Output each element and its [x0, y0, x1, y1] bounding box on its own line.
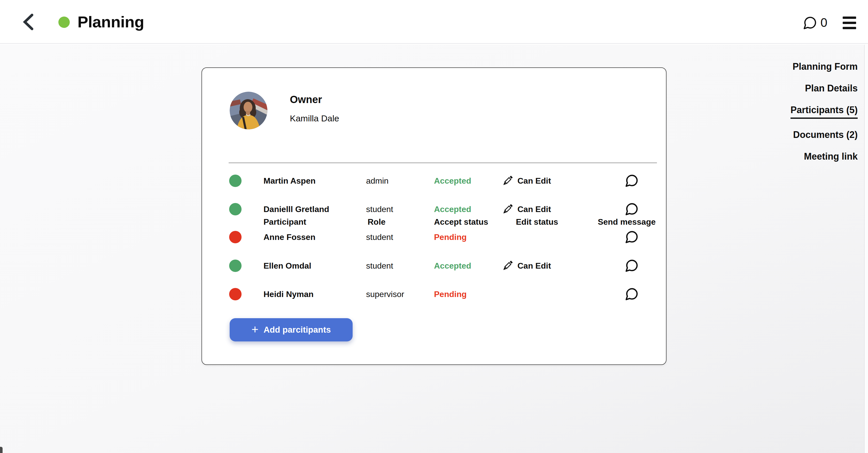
table-row: Danielll Gretland student Accepted Can E… [228, 197, 657, 222]
message-bubble-icon [624, 173, 639, 188]
edit-status: Can Edit [502, 203, 551, 215]
planning-app: Planning 0 Planning FormPlan DetailsPart… [0, 0, 868, 453]
participant-status-dot [229, 288, 242, 300]
table-row: Ellen Omdal student Accepted Can Edit [228, 253, 657, 278]
chat-bubble-icon [802, 15, 817, 30]
owner-avatar [230, 92, 268, 129]
participant-role: student [366, 261, 393, 271]
owner-name: Kamilla Dale [290, 114, 339, 124]
edit-status: Can Edit [502, 260, 551, 271]
participant-name: Martin Aspen [264, 175, 316, 186]
participant-name: Heidi Nyman [264, 289, 314, 299]
accept-status: Accepted [434, 261, 471, 271]
plan-status-dot [58, 17, 70, 28]
send-message-button[interactable] [624, 230, 639, 244]
plus-icon: + [251, 323, 258, 335]
participant-status-dot [229, 203, 242, 216]
participant-role: supervisor [366, 289, 404, 299]
participant-status-dot [229, 260, 242, 272]
message-bubble-icon [624, 202, 639, 217]
horizontal-scrollbar-thumb[interactable] [0, 447, 3, 453]
accept-status: Accepted [434, 204, 471, 214]
owner-label: Owner [290, 94, 322, 105]
message-bubble-icon [624, 259, 639, 273]
participant-name: Ellen Omdal [264, 261, 311, 271]
back-button[interactable] [23, 13, 34, 30]
send-message-button[interactable] [624, 202, 639, 217]
accept-status: Pending [434, 289, 467, 299]
add-participants-label: Add parcitipants [264, 325, 331, 335]
table-row: Heidi Nyman supervisor Pending [228, 282, 657, 306]
back-chevron-icon [23, 13, 34, 30]
send-message-button[interactable] [624, 173, 639, 188]
send-message-button[interactable] [624, 287, 639, 301]
hamburger-icon [843, 17, 856, 19]
pencil-icon [502, 203, 513, 215]
table-row: Anne Fossen student Pending [228, 225, 657, 250]
pencil-icon [502, 175, 513, 187]
hamburger-menu-button[interactable] [843, 15, 857, 30]
sidebar-item-meeting-link[interactable]: Meeting link [804, 151, 858, 162]
edit-status-label: Can Edit [518, 261, 551, 271]
participant-role: admin [366, 175, 389, 186]
participant-name: Danielll Gretland [264, 204, 329, 214]
participant-status-dot [229, 231, 242, 243]
chat-count: 0 [820, 15, 828, 30]
table-header-divider [228, 162, 657, 163]
accept-status: Accepted [434, 175, 471, 186]
edit-status-label: Can Edit [518, 204, 551, 214]
vertical-scrollbar[interactable] [864, 45, 868, 453]
accept-status: Pending [434, 232, 467, 242]
pencil-icon [502, 260, 513, 271]
top-bar: Planning 0 [0, 0, 868, 44]
message-bubble-icon [624, 287, 639, 301]
send-message-button[interactable] [624, 259, 639, 273]
page-title: Planning [78, 13, 144, 31]
sidebar-item-documents-2[interactable]: Documents (2) [793, 129, 858, 140]
chat-button[interactable] [802, 15, 817, 30]
table-row: Martin Aspen admin Accepted Can Edit [228, 168, 657, 193]
edit-status-label: Can Edit [518, 176, 551, 186]
participant-role: student [366, 204, 393, 214]
participant-name: Anne Fossen [264, 232, 315, 242]
participants-card: Owner Kamilla Dale Participant Role Acce… [202, 67, 666, 365]
sidebar-item-planning-form[interactable]: Planning Form [793, 61, 858, 72]
edit-status: Can Edit [502, 175, 551, 187]
message-bubble-icon [624, 230, 639, 244]
participant-status-dot [229, 174, 242, 187]
add-participants-button[interactable]: + Add parcitipants [230, 318, 352, 342]
sidebar-item-plan-details[interactable]: Plan Details [805, 83, 858, 94]
sidebar-item-participants-5[interactable]: Participants (5) [790, 104, 858, 119]
participant-role: student [366, 232, 393, 242]
side-nav: Planning FormPlan DetailsParticipants (5… [790, 61, 858, 162]
